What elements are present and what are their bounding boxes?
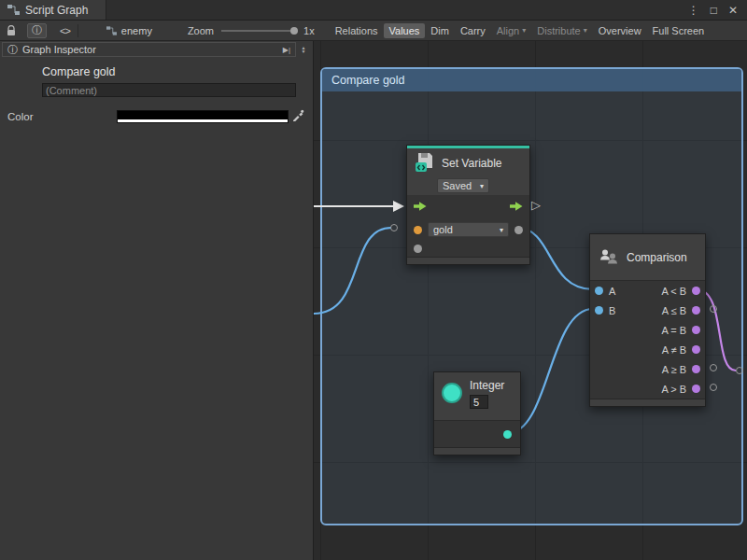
info-icon: ⓘ [7,43,18,57]
output-label: A < B [661,286,686,297]
node-header[interactable]: Comparison [590,234,705,281]
graph-toolbar: ⓘ <> enemy Zoom 1x Relations Values Dim … [0,21,747,41]
output-port-a-lte-b[interactable] [692,306,700,315]
chevron-down-icon: ▾ [480,182,484,190]
output-port-a-gt-b[interactable] [692,385,700,393]
unconnected-port-indicator[interactable] [710,384,717,391]
align-dropdown[interactable]: Align▾ [491,23,531,38]
group-title: Compare gold [331,74,405,87]
node-header[interactable]: Integer [434,372,520,421]
window-titlebar: Script Graph ⋮ □ ✕ [0,0,747,21]
tab-title: Script Graph [25,4,88,17]
dim-button[interactable]: Dim [425,23,455,38]
node-title: Comparison [627,251,687,264]
variable-value-output-port[interactable] [514,226,523,234]
output-port-a-eq-b[interactable] [692,326,700,334]
node-footer [434,447,520,455]
node-integer[interactable]: Integer [433,371,521,455]
node-title: Set Variable [442,157,501,170]
input-port-a[interactable] [595,287,603,295]
save-variable-icon [415,152,435,175]
zoom-value: 1x [303,25,315,36]
window-controls: ⋮ □ ✕ [688,0,747,20]
close-icon[interactable]: ✕ [728,4,738,17]
carry-button[interactable]: Carry [455,23,491,38]
unconnected-port-indicator[interactable] [710,364,717,371]
panel-spinner[interactable]: ▲ ▼ [296,46,311,53]
zoom-slider-track [221,30,298,32]
chevron-down-icon: ▾ [584,26,587,35]
flow-output-port[interactable] [510,202,523,213]
code-view-button[interactable]: <> [60,25,70,36]
output-port-a-neq-b[interactable] [692,345,700,354]
color-swatch-value [118,111,288,119]
node-comparison[interactable]: Comparison A A < B B A ≤ B A = B A ≠ B A… [589,233,706,407]
overview-button[interactable]: Overview [593,23,647,38]
full-screen-button[interactable]: Full Screen [647,23,711,38]
zoom-slider[interactable] [221,26,298,35]
chevron-down-icon: ▾ [522,26,526,35]
output-label: A > B [661,384,686,395]
unconnected-port-indicator[interactable] [710,305,717,313]
variable-scope-dropdown[interactable]: Saved ▾ [437,178,489,193]
output-label: A = B [661,325,686,336]
input-label-a: A [609,286,615,297]
graph-title: Compare gold [42,65,116,78]
integer-type-icon [442,383,462,403]
graph-inspector-panel: ⓘ Graph Inspector ▶| ▲ ▼ Compare gold Co… [0,41,313,560]
relations-button[interactable]: Relations [330,23,384,38]
script-graph-icon [7,5,20,15]
node-footer [590,399,705,406]
variable-name-dropdown[interactable]: gold ▾ [428,222,509,237]
integer-value-input[interactable] [470,395,488,409]
inspector-header-box[interactable]: ⓘ Graph Inspector ▶| [2,42,296,57]
values-button[interactable]: Values [384,23,426,38]
input-label-b: B [609,305,615,316]
node-header[interactable]: Set Variable Saved ▾ [407,148,529,195]
graph-canvas[interactable]: Compare gold [313,41,747,560]
inspector-toggle-button[interactable]: ⓘ [27,23,47,38]
flow-input-port[interactable] [414,202,427,213]
script-graph-icon [106,26,117,35]
variable-value-input-port[interactable] [414,226,422,234]
input-port-b[interactable] [595,306,603,315]
node-footer [407,257,529,264]
color-label: Color [7,111,33,122]
inspector-header-title: Graph Inspector [22,44,96,55]
window-menu-icon[interactable]: ⋮ [688,4,699,17]
output-label: A ≥ B [662,364,686,375]
comment-input[interactable] [42,83,296,97]
fallback-input-port[interactable] [414,245,422,253]
node-set-variable[interactable]: Set Variable Saved ▾ gold ▾ [406,145,530,265]
tab-script-graph[interactable]: Script Graph [0,0,106,20]
output-label: A ≠ B [662,344,686,356]
output-label: A ≤ B [662,305,686,316]
unconnected-port-indicator[interactable] [736,367,743,374]
output-port-a-lt-b[interactable] [692,287,700,295]
zoom-slider-knob[interactable] [290,27,298,35]
flow-continuation-icon[interactable]: ▷ [531,198,541,212]
output-port-a-gte-b[interactable] [692,365,700,373]
chevron-down-icon: ▾ [500,226,503,234]
integer-output-port[interactable] [503,430,512,439]
color-swatch-alpha-bar [118,119,288,122]
inspector-body: Compare gold Color [0,58,313,560]
breadcrumb-graph[interactable]: enemy [106,25,152,36]
lock-icon[interactable] [7,25,16,36]
color-swatch[interactable] [117,110,289,123]
unconnected-port-indicator[interactable] [390,224,398,231]
collapse-panel-icon[interactable]: ▶| [283,46,290,54]
inspector-header: ⓘ Graph Inspector ▶| ▲ ▼ [0,41,313,58]
node-title: Integer [470,379,504,392]
zoom-label: Zoom [188,25,214,36]
maximize-icon[interactable]: □ [711,4,717,17]
toolbar-divider [78,24,78,37]
eyedropper-icon[interactable] [292,108,304,125]
group-header[interactable]: Compare gold [322,69,741,91]
distribute-dropdown[interactable]: Distribute▾ [531,23,592,38]
comparison-icon [599,248,619,267]
graph-name: enemy [121,25,152,36]
spin-down-icon[interactable]: ▼ [302,49,306,53]
